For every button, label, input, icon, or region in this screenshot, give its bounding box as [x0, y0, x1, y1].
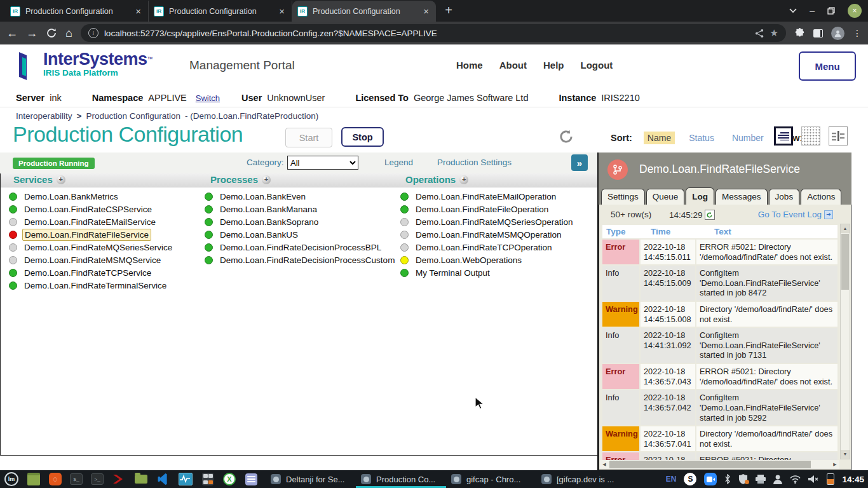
- expand-panel-button[interactable]: »: [571, 154, 588, 171]
- split-view-icon[interactable]: [829, 126, 848, 146]
- log-row[interactable]: Warning 2022-10-18 14:45:15.008 Director…: [602, 302, 837, 327]
- process-item[interactable]: Demo.Loan.FindRateDecisionProcessCustom: [205, 254, 397, 266]
- url-text[interactable]: localhost:52773/csp/applive/EnsPortal.Pr…: [104, 29, 749, 38]
- browser-tab[interactable]: IR Production Configuration ×: [5, 1, 149, 22]
- item-name[interactable]: Demo.Loan.FindRateMQSeriesOperation: [414, 217, 575, 227]
- skype-icon[interactable]: S: [684, 473, 696, 485]
- clock[interactable]: 14:45: [842, 475, 864, 484]
- item-name[interactable]: Demo.Loan.FindRateTCPOperation: [414, 242, 554, 253]
- service-item[interactable]: Demo.Loan.FindRateTerminalService: [9, 279, 174, 292]
- item-name[interactable]: Demo.Loan.BankSoprano: [218, 217, 320, 227]
- detail-tab[interactable]: Jobs: [769, 189, 800, 205]
- scroll-right-arrow[interactable]: ▶: [831, 460, 839, 469]
- wifi-icon[interactable]: [790, 475, 801, 484]
- process-item[interactable]: Demo.Loan.FindRateDecisionProcessBPL: [205, 241, 397, 254]
- item-name[interactable]: My Terminal Output: [414, 268, 492, 278]
- log-row[interactable]: Error 2022-10-18 ERROR #5021: Directory: [602, 452, 837, 460]
- file-manager-icon[interactable]: [134, 472, 148, 486]
- page-info-icon[interactable]: i: [88, 28, 98, 38]
- new-tab-button[interactable]: +: [440, 2, 458, 20]
- portal-nav-link[interactable]: Logout: [581, 60, 613, 71]
- sort-option[interactable]: Name: [644, 132, 675, 144]
- process-item[interactable]: Demo.Loan.BankManana: [205, 203, 397, 215]
- go-to-event-log-link[interactable]: Go To Event Log ➔: [758, 210, 833, 219]
- item-name[interactable]: Demo.Loan.FindRateMSMQService: [22, 255, 163, 266]
- item-name[interactable]: Demo.Loan.FindRateMQSeriesService: [22, 242, 174, 253]
- vertical-scroll-thumb[interactable]: [841, 234, 849, 290]
- tab-close-icon[interactable]: ×: [277, 6, 287, 17]
- red-app-icon[interactable]: [112, 472, 126, 486]
- service-item[interactable]: Demo.Loan.FindRateMSMQService: [9, 254, 174, 266]
- item-name[interactable]: Demo.Loan.BankEven: [218, 191, 308, 202]
- volume-muted-icon[interactable]: [808, 475, 819, 484]
- operation-item[interactable]: Demo.Loan.FindRateFileOperation: [400, 203, 575, 215]
- profile-avatar[interactable]: [831, 27, 844, 40]
- operation-item[interactable]: Demo.Loan.FindRateMSMQOperation: [400, 228, 575, 241]
- notes-icon[interactable]: [244, 472, 258, 486]
- console-icon[interactable]: >_: [91, 473, 104, 485]
- event-log-label[interactable]: Go To Event Log: [758, 210, 822, 219]
- portal-nav-link[interactable]: Home: [456, 60, 483, 71]
- calculator-icon[interactable]: [201, 472, 215, 486]
- bookmark-star-icon[interactable]: ★: [770, 27, 778, 39]
- service-item[interactable]: Demo.Loan.FindRateEMailService: [9, 215, 174, 228]
- menu-button[interactable]: Menu: [799, 51, 856, 81]
- side-panel-icon[interactable]: [813, 29, 823, 37]
- sort-option[interactable]: Number: [728, 132, 768, 144]
- switch-link[interactable]: Switch: [196, 93, 220, 103]
- scroll-left-arrow[interactable]: ◀: [600, 460, 609, 469]
- reload-icon[interactable]: [46, 27, 57, 39]
- log-row[interactable]: Error 2022-10-18 14:45:15.011 ERROR #502…: [602, 240, 837, 264]
- share-icon[interactable]: [755, 29, 764, 38]
- zoom-icon[interactable]: [704, 473, 717, 485]
- operation-item[interactable]: Demo.Loan.WebOperations: [400, 254, 575, 266]
- desktop-icon[interactable]: [27, 472, 41, 486]
- process-item[interactable]: Demo.Loan.BankSoprano: [205, 215, 397, 228]
- log-refresh-icon[interactable]: [705, 210, 715, 220]
- system-monitor-icon[interactable]: [179, 472, 193, 486]
- legend-link[interactable]: Legend: [384, 158, 413, 167]
- detail-tab[interactable]: Queue: [646, 189, 685, 205]
- item-name[interactable]: Demo.Loan.BankUS: [218, 229, 300, 240]
- firewall-shield-icon[interactable]: [738, 474, 748, 484]
- item-name[interactable]: Demo.Loan.FindRateCSPService: [22, 204, 154, 215]
- item-name[interactable]: Demo.Loan.FindRateFileService: [22, 229, 151, 241]
- process-item[interactable]: Demo.Loan.BankEven: [205, 190, 397, 203]
- tab-search-chevron-icon[interactable]: [789, 8, 797, 13]
- item-name[interactable]: Demo.Loan.FindRateDecisionProcessCustom: [218, 255, 397, 266]
- taskbar-window-button[interactable]: [gifcap.dev is ...: [536, 470, 627, 488]
- item-name[interactable]: Demo.Loan.FindRateMSMQOperation: [414, 229, 564, 240]
- close-icon[interactable]: ×: [848, 4, 862, 18]
- url-bar[interactable]: i localhost:52773/csp/applive/EnsPortal.…: [81, 24, 786, 42]
- detail-tab[interactable]: Messages: [715, 189, 768, 205]
- detail-tab[interactable]: Settings: [601, 189, 645, 205]
- service-item[interactable]: Demo.Loan.FindRateMQSeriesService: [9, 241, 174, 254]
- service-item[interactable]: Demo.Loan.FindRateFileService: [9, 228, 174, 241]
- taskbar-window-button[interactable]: gifcap - Chro...: [446, 470, 536, 488]
- item-name[interactable]: Demo.Loan.FindRateTerminalService: [22, 280, 168, 291]
- minimize-icon[interactable]: –: [810, 6, 815, 16]
- libreoffice-icon[interactable]: X: [223, 473, 236, 485]
- scroll-up-arrow[interactable]: ▲: [841, 224, 850, 233]
- log-col-time[interactable]: Time: [647, 225, 710, 238]
- stop-button[interactable]: Stop: [341, 127, 384, 147]
- category-select[interactable]: All: [287, 156, 358, 170]
- log-row[interactable]: Error 2022-10-18 14:36:57.043 ERROR #502…: [602, 364, 837, 389]
- portal-nav-link[interactable]: Help: [543, 60, 564, 71]
- production-settings-link[interactable]: Production Settings: [437, 158, 512, 167]
- item-name[interactable]: Demo.Loan.WebOperations: [414, 255, 524, 266]
- add-operation-button[interactable]: +: [459, 175, 468, 184]
- item-name[interactable]: Demo.Loan.FindRateTCPService: [22, 268, 153, 278]
- log-row[interactable]: Info 2022-10-18 14:41:31.092 ConfigItem …: [602, 328, 837, 363]
- operation-item[interactable]: Demo.Loan.FindRateTCPOperation: [400, 241, 575, 254]
- printer-icon[interactable]: [756, 475, 766, 484]
- log-horizontal-scrollbar[interactable]: ◀ ▶: [600, 460, 839, 469]
- item-name[interactable]: Demo.Loan.BankManana: [218, 204, 319, 215]
- log-vertical-scrollbar[interactable]: ▲ ▼: [840, 224, 850, 459]
- detail-tab[interactable]: Actions: [801, 189, 841, 205]
- log-row[interactable]: Info 2022-10-18 14:36:57.042 ConfigItem …: [602, 390, 837, 425]
- process-item[interactable]: Demo.Loan.BankUS: [205, 228, 397, 241]
- sort-option[interactable]: Status: [685, 132, 718, 144]
- mint-menu-icon[interactable]: lm: [4, 472, 18, 486]
- add-process-button[interactable]: +: [262, 175, 271, 184]
